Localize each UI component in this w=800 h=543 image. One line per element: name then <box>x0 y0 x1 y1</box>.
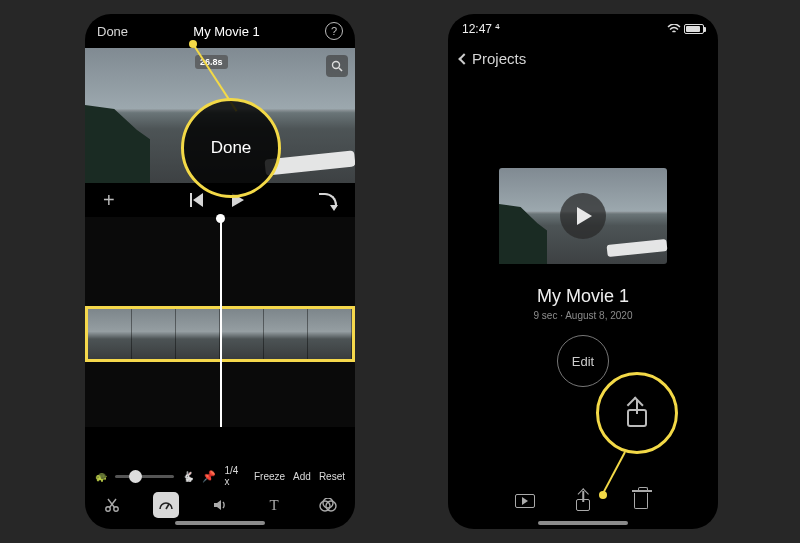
add-media-icon[interactable]: + <box>103 189 115 212</box>
edit-label: Edit <box>572 354 594 369</box>
chevron-left-icon <box>458 53 469 64</box>
share-button[interactable] <box>572 490 594 512</box>
project-title[interactable]: My Movie 1 <box>448 286 718 307</box>
home-indicator[interactable] <box>175 521 265 525</box>
filters-icon[interactable] <box>315 492 341 518</box>
rabbit-icon: 🐇 <box>182 471 194 482</box>
status-time: 12:47 ⁴ <box>462 22 500 36</box>
share-icon[interactable] <box>625 399 649 427</box>
text-icon[interactable]: T <box>261 492 287 518</box>
home-indicator[interactable] <box>538 521 628 525</box>
done-button[interactable]: Done <box>97 24 128 39</box>
zoom-icon[interactable] <box>326 55 348 77</box>
freeze-button[interactable]: Freeze <box>254 471 285 482</box>
callout-dot-2 <box>599 491 607 499</box>
svg-line-1 <box>339 68 342 71</box>
movie-title: My Movie 1 <box>193 24 259 39</box>
callout-label: Done <box>211 138 252 158</box>
scissors-icon[interactable] <box>99 492 125 518</box>
play-overlay-icon[interactable] <box>560 193 606 239</box>
play-rect-icon[interactable] <box>514 490 536 512</box>
svg-point-9 <box>323 498 333 508</box>
pin-icon[interactable]: 📌 <box>202 470 216 483</box>
back-to-projects[interactable]: Projects <box>448 44 718 73</box>
playhead[interactable] <box>220 217 222 427</box>
trash-icon[interactable] <box>630 490 652 512</box>
share-callout <box>596 372 678 454</box>
projects-label: Projects <box>472 50 526 67</box>
speed-toolbar: 🐢 🐇 📌 1/4 x Freeze Add Reset <box>85 465 355 487</box>
help-icon[interactable]: ? <box>325 22 343 40</box>
svg-point-8 <box>326 501 336 511</box>
reset-button[interactable]: Reset <box>319 471 345 482</box>
wifi-icon <box>667 24 681 34</box>
project-thumbnail[interactable] <box>499 168 667 264</box>
status-right <box>667 24 704 34</box>
done-callout: Done <box>181 98 281 198</box>
timeline[interactable] <box>85 217 355 427</box>
edit-button[interactable]: Edit <box>557 335 609 387</box>
svg-line-6 <box>166 504 169 509</box>
skip-back-icon[interactable] <box>190 193 204 207</box>
turtle-icon: 🐢 <box>95 471 107 482</box>
project-meta: 9 sec · August 8, 2020 <box>448 310 718 321</box>
battery-icon <box>684 24 704 34</box>
speedometer-icon[interactable] <box>153 492 179 518</box>
editor-screen: Done My Movie 1 ? 26.8s + 🐢 🐇 📌 1/4 x Fr… <box>85 14 355 529</box>
status-bar: 12:47 ⁴ <box>448 14 718 44</box>
add-button[interactable]: Add <box>293 471 311 482</box>
svg-point-0 <box>333 62 340 69</box>
editor-topbar: Done My Movie 1 ? <box>85 14 355 48</box>
speed-value: 1/4 x <box>224 465 246 487</box>
speed-slider[interactable] <box>115 475 174 478</box>
undo-icon[interactable] <box>319 193 337 207</box>
project-screen: 12:47 ⁴ Projects My Movie 1 9 sec · Augu… <box>448 14 718 529</box>
volume-icon[interactable] <box>207 492 233 518</box>
